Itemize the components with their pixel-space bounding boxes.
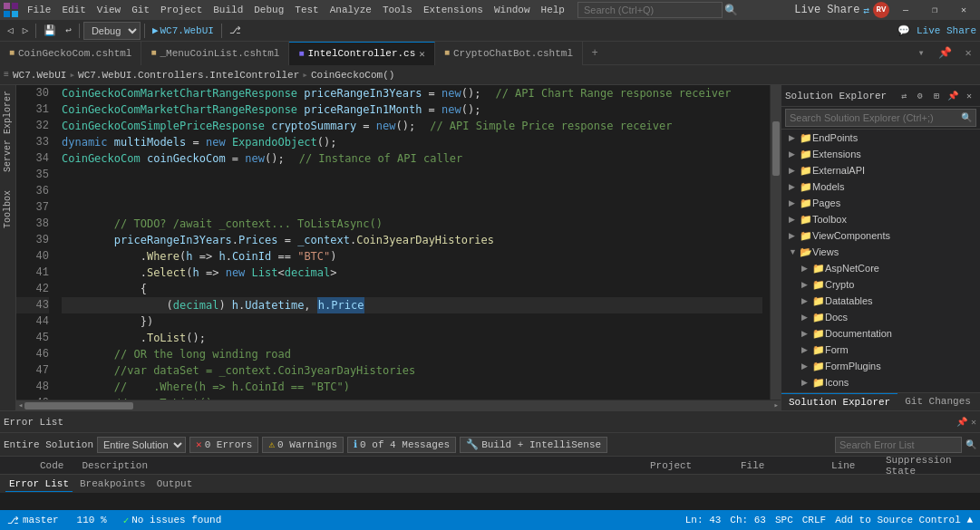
bottom-tab-breakpoints[interactable]: Breakpoints bbox=[76, 477, 150, 491]
menu-file[interactable]: File bbox=[22, 0, 56, 20]
tree-item-formplugins[interactable]: ▶ 📁 FormPlugins bbox=[781, 358, 980, 374]
se-settings-btn[interactable]: ⚙ bbox=[913, 89, 927, 103]
se-pin-btn[interactable]: 📌 bbox=[946, 89, 960, 103]
tab-list-button[interactable]: ▾ bbox=[909, 42, 933, 65]
add-to-source-control[interactable]: Add to Source Control ▲ bbox=[835, 515, 973, 525]
play-button[interactable]: ▶ WC7.WebUI bbox=[149, 24, 218, 37]
left-side-toggle[interactable]: ≡ bbox=[4, 70, 9, 80]
tree-item-icons[interactable]: ▶ 📁 Icons bbox=[781, 374, 980, 390]
restore-button[interactable]: ❐ bbox=[922, 0, 947, 20]
tree-item-aspnetcore[interactable]: ▶ 📁 AspNetCore bbox=[781, 260, 980, 276]
tab-row-actions: ▾ 📌 ✕ bbox=[909, 42, 980, 65]
toolbar-forward[interactable]: ▷ bbox=[19, 24, 33, 37]
solution-explorer-bottom-tab[interactable]: Solution Explorer bbox=[781, 393, 898, 410]
tree-item-viewcomponents[interactable]: ▶ 📁 ViewComponents bbox=[781, 227, 980, 244]
crlf-indicator[interactable]: CRLF bbox=[802, 515, 826, 525]
tab-label: _MenuCoinList.cshtml bbox=[160, 48, 279, 59]
scope-select[interactable]: Entire Solution bbox=[97, 437, 186, 453]
tab-intelcontroller-cs[interactable]: ■ IntelController.cs ✕ bbox=[289, 42, 434, 65]
left-sidebar: Server Explorer Toolbox bbox=[0, 85, 16, 410]
toolbar-undo[interactable]: ↩ bbox=[62, 24, 75, 37]
tab-menucoinslist-cshtml[interactable]: ■ _MenuCoinList.cshtml bbox=[141, 42, 289, 65]
error-search-input[interactable] bbox=[835, 437, 962, 453]
menu-git[interactable]: Git bbox=[126, 0, 155, 20]
warnings-filter-btn[interactable]: ⚠ 0 Warnings bbox=[262, 437, 344, 453]
close-button[interactable]: ✕ bbox=[951, 0, 976, 20]
tree-item-extensions[interactable]: ▶ 📁 Extensions bbox=[781, 146, 980, 162]
tree-item-datatables[interactable]: ▶ 📁 Datatables bbox=[781, 293, 980, 309]
tree-item-endpoints[interactable]: ▶ 📁 EndPoints bbox=[781, 130, 980, 146]
file-icon: ■ bbox=[150, 48, 156, 58]
toolbar-git[interactable]: ⎇ bbox=[226, 24, 245, 37]
menu-help[interactable]: Help bbox=[536, 0, 570, 20]
breadcrumb-namespace[interactable]: WC7.WebUI.Controllers.IntelController bbox=[78, 70, 299, 81]
editor-scrollbar[interactable] bbox=[770, 85, 781, 400]
hscroll-left[interactable]: ◂ bbox=[18, 400, 23, 410]
user-avatar[interactable]: RV bbox=[873, 2, 889, 18]
tree-item-models[interactable]: ▶ 📁 Models bbox=[781, 178, 980, 195]
live-share-toolbar[interactable]: 💬 Live Share bbox=[898, 24, 976, 36]
menu-build[interactable]: Build bbox=[208, 0, 248, 20]
tree-item-toolbox[interactable]: ▶ 📁 Toolbox bbox=[781, 211, 980, 227]
code-line-30: CoinGeckoComMarketChartRangeResponse pri… bbox=[62, 85, 762, 101]
git-changes-tab[interactable]: Git Changes bbox=[898, 393, 978, 410]
hscroll-right[interactable]: ▸ bbox=[774, 400, 779, 410]
breadcrumb-project[interactable]: WC7.WebUI bbox=[13, 70, 66, 81]
code-line-41: .Select(h => new List<decimal> bbox=[62, 265, 762, 281]
debug-mode-select[interactable]: Debug bbox=[83, 22, 141, 40]
tree-item-crypto[interactable]: ▶ 📁 Crypto bbox=[781, 276, 980, 293]
code-content[interactable]: CoinGeckoComMarketChartRangeResponse pri… bbox=[54, 85, 770, 400]
tab-new-document[interactable]: + bbox=[583, 42, 606, 65]
no-issues-indicator[interactable]: ✓ No issues found bbox=[123, 515, 222, 526]
minimize-button[interactable]: — bbox=[893, 0, 918, 20]
tab-coingecko-cshtml[interactable]: ■ CoinGeckoCom.cshtml bbox=[0, 42, 141, 65]
errors-filter-btn[interactable]: ✕ 0 Errors bbox=[189, 437, 258, 453]
tree-item-externalapi[interactable]: ▶ 📁 ExternalAPI bbox=[781, 162, 980, 178]
menu-test[interactable]: Test bbox=[289, 0, 324, 20]
close-tab-button[interactable]: ✕ bbox=[956, 42, 980, 65]
menu-debug[interactable]: Debug bbox=[248, 0, 289, 20]
server-explorer-tab[interactable]: Server Explorer bbox=[1, 85, 15, 178]
code-line-33: dynamic multiModels = new ExpandoObject(… bbox=[62, 134, 762, 150]
bottom-tab-output[interactable]: Output bbox=[153, 477, 197, 491]
menu-project[interactable]: Project bbox=[155, 0, 208, 20]
panel-pin-btn[interactable]: 📌 bbox=[956, 417, 967, 428]
menu-tools[interactable]: Tools bbox=[377, 0, 418, 20]
source-control-btn[interactable]: ⎇ master bbox=[7, 515, 59, 526]
bottom-tab-error-list[interactable]: Error List bbox=[5, 477, 73, 492]
menu-extensions[interactable]: Extensions bbox=[418, 0, 489, 20]
menu-window[interactable]: Window bbox=[489, 0, 536, 20]
menu-analyze[interactable]: Analyze bbox=[325, 0, 377, 20]
tree-item-documentation[interactable]: ▶ 📁 Documentation bbox=[781, 325, 980, 342]
tree-item-docs[interactable]: ▶ 📁 Docs bbox=[781, 309, 980, 325]
toolbar-back[interactable]: ◁ bbox=[4, 24, 17, 37]
tree-item-views[interactable]: ▼ 📂 Views bbox=[781, 244, 980, 260]
tab-label: CoinGeckoCom.cshtml bbox=[18, 48, 131, 59]
se-search-input[interactable] bbox=[790, 112, 961, 123]
messages-filter-btn[interactable]: ℹ 0 of 4 Messages bbox=[347, 437, 456, 453]
build-filter-icon: 🔧 bbox=[466, 438, 479, 450]
panel-close-btn[interactable]: ✕ bbox=[971, 417, 976, 428]
se-sync-btn[interactable]: ⇄ bbox=[897, 89, 911, 103]
live-share-btn[interactable]: Live Share bbox=[794, 4, 859, 16]
se-filter-btn[interactable]: ⊞ bbox=[929, 89, 944, 103]
tree-arrow: ▼ bbox=[789, 247, 800, 256]
branch-name: master bbox=[23, 515, 59, 525]
tab-cryptochatbot-cshtml[interactable]: ■ CryptoChatBot.cshtml bbox=[435, 42, 583, 65]
tree-item-pages[interactable]: ▶ 📁 Pages bbox=[781, 195, 980, 211]
pin-tab-button[interactable]: 📌 bbox=[933, 42, 956, 65]
toolbox-tab[interactable]: Toolbox bbox=[1, 185, 15, 234]
build-intellisense-btn[interactable]: 🔧 Build + IntelliSense bbox=[460, 437, 607, 453]
menu-view[interactable]: View bbox=[92, 0, 126, 20]
menu-edit[interactable]: Edit bbox=[56, 0, 91, 20]
editor-hscrollbar[interactable]: ◂ ▸ bbox=[16, 400, 781, 410]
breadcrumb-method[interactable]: CoinGeckoCom() bbox=[311, 70, 394, 81]
scrollbar-thumb[interactable] bbox=[772, 121, 780, 176]
zoom-indicator[interactable]: 110 % bbox=[77, 515, 107, 525]
hscroll-track[interactable] bbox=[24, 402, 771, 410]
toolbar-save[interactable]: 💾 bbox=[40, 24, 60, 37]
tree-item-form[interactable]: ▶ 📁 Form bbox=[781, 342, 980, 358]
global-search-input[interactable] bbox=[577, 2, 723, 18]
se-close-btn[interactable]: ✕ bbox=[962, 89, 976, 103]
hscroll-thumb[interactable] bbox=[24, 402, 133, 410]
